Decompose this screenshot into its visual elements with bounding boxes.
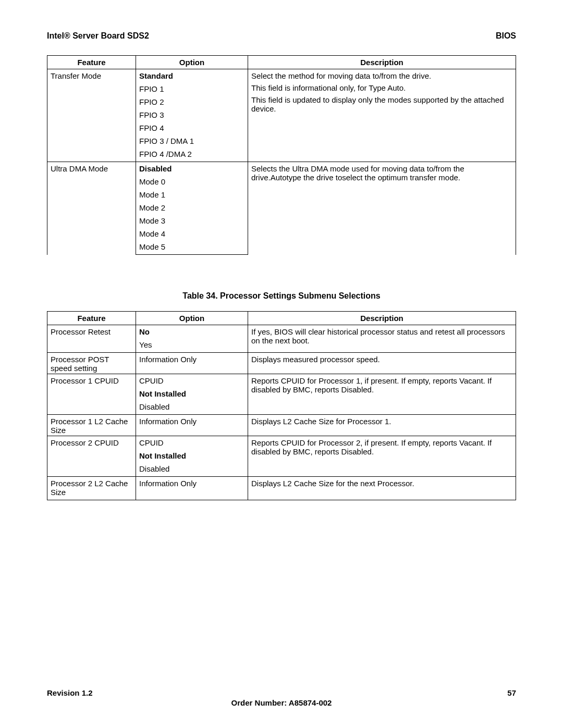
option-cell: Disabled xyxy=(136,463,248,477)
footer-pagenum: 57 xyxy=(507,688,516,697)
col-option: Option xyxy=(136,312,248,325)
table-row: Processor POST speed settingInformation … xyxy=(47,353,516,374)
option-cell: FPIO 4 /DMA 2 xyxy=(136,149,248,162)
table-row: Processor 2 L2 Cache SizeInformation Onl… xyxy=(47,477,516,500)
option-cell: Mode 3 xyxy=(136,215,248,228)
option-cell: FPIO 3 / DMA 1 xyxy=(136,135,248,149)
col-feature: Feature xyxy=(47,56,136,69)
option-cell: Not Installed xyxy=(136,388,248,401)
description-cell: Reports CPUID for Processor 1, if presen… xyxy=(248,374,516,415)
footer-revision: Revision 1.2 xyxy=(47,688,93,697)
feature-cell: Processor 1 CPUID xyxy=(47,374,136,415)
table-row: Processor 2 CPUIDCPUIDReports CPUID for … xyxy=(47,436,516,451)
header-left: Intel® Server Board SDS2 xyxy=(47,31,149,41)
option-cell: FPIO 3 xyxy=(136,109,248,122)
option-cell: Disabled xyxy=(136,401,248,415)
table-row: Transfer ModeStandardSelect the method f… xyxy=(47,69,516,84)
feature-cell: Processor 2 CPUID xyxy=(47,436,136,477)
table-transfer-modes: Feature Option Description Transfer Mode… xyxy=(47,55,516,255)
option-cell: CPUID xyxy=(136,436,248,451)
document-page: Intel® Server Board SDS2 BIOS Feature Op… xyxy=(0,0,563,728)
option-cell: Information Only xyxy=(136,415,248,436)
header-right: BIOS xyxy=(496,31,516,41)
table-row: Processor 1 L2 Cache SizeInformation Onl… xyxy=(47,415,516,436)
description-cell: Displays measured processor speed. xyxy=(248,353,516,374)
description-cell: Displays L2 Cache Size for the next Proc… xyxy=(248,477,516,500)
table-processor-settings: Feature Option Description Processor Ret… xyxy=(47,311,516,500)
table-caption: Table 34. Processor Settings Submenu Sel… xyxy=(47,291,516,301)
table-header-row: Feature Option Description xyxy=(47,312,516,325)
footer-order-number: Order Number: A85874-002 xyxy=(47,698,516,707)
option-cell: No xyxy=(136,325,248,340)
option-cell: Mode 4 xyxy=(136,228,248,241)
col-description: Description xyxy=(248,312,516,325)
col-feature: Feature xyxy=(47,312,136,325)
col-description: Description xyxy=(248,56,516,69)
page-footer: Revision 1.2 57 Order Number: A85874-002 xyxy=(47,688,516,707)
table-row: Processor RetestNoIf yes, BIOS will clea… xyxy=(47,325,516,340)
description-cell: Select the method for moving data to/fro… xyxy=(248,69,516,162)
option-cell: Yes xyxy=(136,339,248,353)
option-cell: Mode 1 xyxy=(136,189,248,202)
feature-cell: Processor POST speed setting xyxy=(47,353,136,374)
description-cell: Reports CPUID for Processor 2, if presen… xyxy=(248,436,516,477)
option-cell: Disabled xyxy=(136,162,248,177)
option-cell: FPIO 1 xyxy=(136,83,248,96)
description-cell: If yes, BIOS will clear historical proce… xyxy=(248,325,516,353)
option-cell: Standard xyxy=(136,69,248,84)
col-option: Option xyxy=(136,56,248,69)
option-cell: FPIO 4 xyxy=(136,122,248,135)
description-cell: Displays L2 Cache Size for Processor 1. xyxy=(248,415,516,436)
feature-cell: Transfer Mode xyxy=(47,69,136,162)
feature-cell: Processor 1 L2 Cache Size xyxy=(47,415,136,436)
option-cell: Mode 2 xyxy=(136,202,248,215)
option-cell: Not Installed xyxy=(136,450,248,463)
option-cell: FPIO 2 xyxy=(136,96,248,109)
table-row: Ultra DMA ModeDisabledSelects the Ultra … xyxy=(47,162,516,177)
table-header-row: Feature Option Description xyxy=(47,56,516,69)
option-cell: Information Only xyxy=(136,477,248,500)
option-cell: Mode 0 xyxy=(136,176,248,189)
page-header: Intel® Server Board SDS2 BIOS xyxy=(47,31,516,41)
option-cell: Information Only xyxy=(136,353,248,374)
option-cell: CPUID xyxy=(136,374,248,389)
option-cell: Mode 5 xyxy=(136,241,248,255)
table-row: Processor 1 CPUIDCPUIDReports CPUID for … xyxy=(47,374,516,389)
feature-cell: Processor 2 L2 Cache Size xyxy=(47,477,136,500)
feature-cell: Processor Retest xyxy=(47,325,136,353)
feature-cell: Ultra DMA Mode xyxy=(47,162,136,255)
description-cell: Selects the Ultra DMA mode used for movi… xyxy=(248,162,516,255)
